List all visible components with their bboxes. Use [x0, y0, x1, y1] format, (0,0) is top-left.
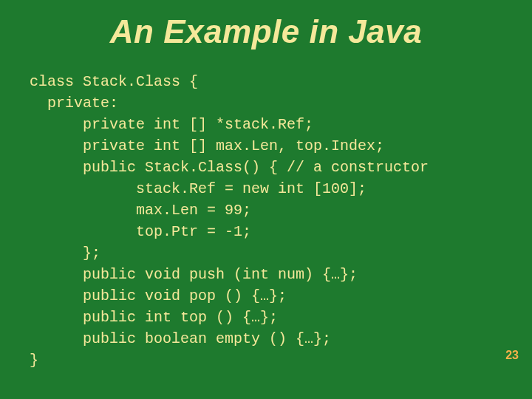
code-line: private int [] max.Len, top.Index; [30, 137, 384, 154]
code-line: public Stack.Class() { // a constructor [30, 159, 429, 176]
code-line: max.Len = 99; [30, 202, 251, 219]
code-line: public int top () {…}; [30, 309, 278, 326]
slide-title: An Example in Java [30, 13, 502, 50]
code-line: } [30, 352, 38, 369]
code-line: class Stack.Class { [30, 73, 198, 90]
code-line: private: [30, 95, 118, 112]
code-line: public boolean empty () {…}; [30, 330, 331, 347]
code-line: public void push (int num) {…}; [30, 266, 358, 283]
code-line: public void pop () {…}; [30, 287, 287, 304]
code-line: top.Ptr = -1; [30, 223, 251, 240]
slide: An Example in Java class Stack.Class { p… [0, 0, 532, 399]
code-line: stack.Ref = new int [100]; [30, 180, 366, 197]
code-block: class Stack.Class { private: private int… [30, 71, 502, 371]
code-line: private int [] *stack.Ref; [30, 116, 313, 133]
page-number: 23 [505, 349, 519, 362]
code-line: }; [30, 245, 100, 262]
